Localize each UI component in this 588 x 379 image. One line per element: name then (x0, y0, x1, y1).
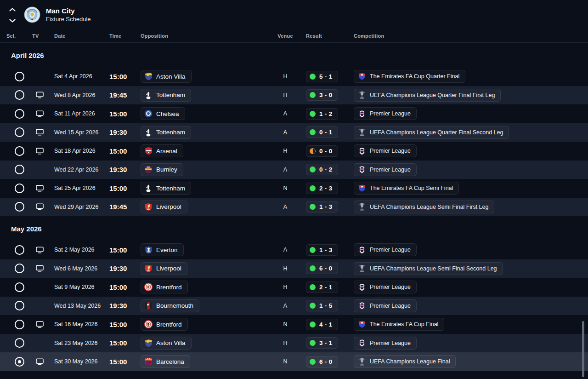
opposition-chip[interactable]: Everton (141, 243, 184, 256)
select-radio[interactable] (6, 282, 32, 292)
fixture-time: 15:00 (109, 246, 141, 254)
select-radio[interactable] (6, 72, 32, 81)
fixture-time: 19:45 (109, 91, 141, 99)
fixture-date: Sat 25 Apr 2026 (54, 185, 109, 191)
result-chip[interactable]: 1 - 3 (306, 244, 338, 256)
select-radio[interactable] (6, 90, 32, 100)
barcelona-badge (144, 357, 153, 366)
competition-chip[interactable]: Premier League (354, 107, 417, 120)
select-radio[interactable] (6, 184, 32, 193)
fixture-time: 15:00 (109, 184, 141, 192)
select-radio[interactable] (6, 301, 32, 310)
competition-chip[interactable]: Premier League (354, 337, 417, 350)
chevron-up-icon[interactable] (9, 5, 16, 13)
competition-chip[interactable]: UEFA Champions League Final (354, 355, 456, 368)
fixture-venue: A (265, 110, 306, 117)
result-chip[interactable]: 1 - 5 (306, 300, 338, 311)
result-outcome-dot (310, 359, 316, 365)
opposition-chip[interactable]: Brentford (141, 318, 188, 331)
result-chip[interactable]: 2 - 1 (306, 281, 338, 293)
result-chip[interactable]: 5 - 1 (306, 71, 338, 82)
competition-chip[interactable]: Premier League (354, 144, 417, 157)
opposition-chip[interactable]: Chelsea (141, 107, 185, 120)
result-chip[interactable]: 0 - 0 (306, 145, 338, 157)
fixture-row[interactable]: Sat 2 May 2026 15:00 Everton A 1 - 3 Pre… (0, 241, 588, 259)
fixture-row[interactable]: Sat 23 May 2026 15:00 Aston Villa H 3 - … (0, 334, 588, 353)
opposition-chip[interactable]: Liverpool (141, 201, 187, 213)
competition-chip[interactable]: Premier League (354, 281, 417, 293)
fixture-row[interactable]: Sat 9 May 2026 15:00 Brentford H 2 - 1 P… (0, 278, 588, 297)
fixture-row[interactable]: Sat 4 Apr 2026 15:00 Aston Villa H 5 - 1… (0, 67, 588, 86)
competition-chip[interactable]: The Emirates FA Cup Quarter Final (354, 70, 465, 83)
fixture-date: Sat 18 Apr 2026 (54, 148, 109, 154)
result-chip[interactable]: 3 - 0 (306, 89, 338, 101)
fixture-row[interactable]: Wed 22 Apr 2026 19:30 Burnley A 0 - 2 Pr… (0, 161, 588, 179)
result-chip[interactable]: 0 - 1 (306, 126, 338, 138)
fixture-time: 19:45 (109, 203, 141, 211)
result-chip[interactable]: 4 - 1 (306, 319, 338, 330)
competition-chip[interactable]: UEFA Champions League Quarter Final Firs… (354, 89, 501, 102)
opposition-chip[interactable]: Arsenal (141, 144, 183, 157)
champions-league-icon (358, 357, 366, 366)
fixture-row[interactable]: Sat 11 Apr 2026 15:00 Chelsea A 1 - 2 Pr… (0, 104, 588, 123)
fixture-date: Sat 23 May 2026 (54, 340, 109, 346)
result-outcome-dot (310, 265, 316, 271)
competition-chip[interactable]: The Emirates FA Cup Semi Final (354, 182, 459, 195)
opposition-chip[interactable]: Liverpool (141, 262, 187, 275)
select-radio[interactable] (6, 338, 32, 348)
result-score: 0 - 2 (319, 166, 333, 173)
opposition-chip[interactable]: Brentford (141, 281, 188, 293)
competition-chip[interactable]: UEFA Champions League Quarter Final Seco… (354, 126, 509, 139)
fixture-row[interactable]: Sat 16 May 2026 15:00 Brentford N 4 - 1 … (0, 315, 588, 334)
select-radio[interactable] (6, 146, 32, 156)
opposition-chip[interactable]: Tottenham (141, 89, 191, 102)
opposition-chip[interactable]: Bournemouth (141, 299, 199, 312)
result-chip[interactable]: 6 - 0 (306, 356, 338, 368)
fixture-date: Sat 30 May 2026 (54, 358, 109, 365)
result-chip[interactable]: 1 - 2 (306, 108, 338, 120)
result-score: 3 - 0 (319, 92, 333, 98)
column-header-date: Date (54, 33, 109, 39)
result-chip[interactable]: 2 - 3 (306, 183, 338, 194)
opposition-chip[interactable]: Aston Villa (141, 337, 192, 350)
opposition-name: Brentford (156, 321, 182, 328)
fixture-row[interactable]: Wed 29 Apr 2026 19:45 Liverpool A 1 - 3 … (0, 198, 588, 217)
fixture-row[interactable]: Wed 15 Apr 2026 19:30 Tottenham A 0 - 1 … (0, 123, 588, 142)
result-chip[interactable]: 1 - 3 (306, 201, 338, 212)
fixture-row[interactable]: Sat 18 Apr 2026 15:00 Arsenal H 0 - 0 Pr… (0, 142, 588, 161)
select-radio[interactable] (6, 109, 32, 119)
competition-chip[interactable]: Premier League (354, 163, 417, 176)
select-radio[interactable] (6, 320, 32, 329)
result-chip[interactable]: 6 - 0 (306, 263, 338, 274)
result-chip[interactable]: 3 - 1 (306, 337, 338, 349)
opposition-chip[interactable]: Burnley (141, 163, 183, 176)
competition-chip[interactable]: UEFA Champions League Semi Final Second … (354, 262, 503, 275)
opposition-chip[interactable]: Tottenham (141, 182, 191, 195)
result-score: 3 - 1 (319, 339, 333, 346)
vertical-scrollbar[interactable] (582, 321, 584, 377)
tv-icon (32, 92, 54, 98)
competition-name: UEFA Champions League Semi Final Second … (370, 265, 497, 272)
select-radio[interactable] (6, 127, 32, 137)
fixture-row[interactable]: Wed 8 Apr 2026 19:45 Tottenham H 3 - 0 U… (0, 86, 588, 105)
competition-chip[interactable]: The Emirates FA Cup Final (354, 318, 444, 331)
opposition-chip[interactable]: Tottenham (141, 126, 191, 139)
fixture-row[interactable]: Sat 25 Apr 2026 15:00 Tottenham N 2 - 3 … (0, 179, 588, 198)
select-radio[interactable] (6, 165, 32, 174)
fixture-row[interactable]: Wed 13 May 2026 19:30 Bournemouth A 1 - … (0, 297, 588, 316)
chevron-down-icon[interactable] (9, 16, 16, 24)
competition-chip[interactable]: UEFA Champions League Semi Final First L… (354, 201, 494, 213)
fixture-row[interactable]: Sat 30 May 2026 15:00 Barcelona N 6 - 0 … (0, 352, 588, 371)
select-radio[interactable] (6, 202, 32, 212)
fixture-row[interactable]: Wed 6 May 2026 19:30 Liverpool H 6 - 0 U… (0, 259, 588, 278)
select-radio[interactable] (6, 357, 32, 367)
result-chip[interactable]: 0 - 2 (306, 164, 338, 175)
competition-chip[interactable]: Premier League (354, 299, 417, 312)
select-radio[interactable] (6, 264, 32, 273)
fixture-date: Sat 2 May 2026 (54, 247, 109, 253)
select-radio[interactable] (6, 245, 32, 255)
opposition-chip[interactable]: Barcelona (141, 355, 190, 368)
competition-chip[interactable]: Premier League (354, 243, 417, 256)
fixture-date: Wed 15 Apr 2026 (54, 129, 109, 136)
opposition-chip[interactable]: Aston Villa (141, 70, 192, 83)
